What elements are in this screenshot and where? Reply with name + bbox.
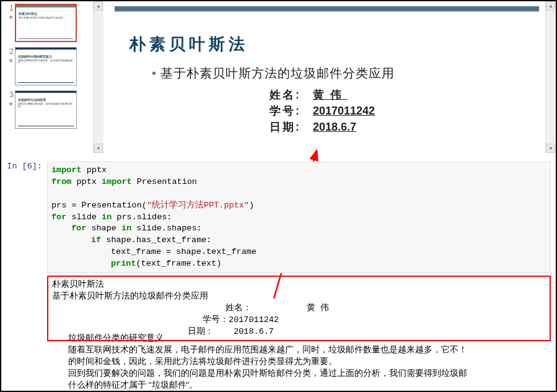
output-line: 学号：2017011242 xyxy=(52,315,546,326)
slide-meta: 姓名: 黄伟 学号: 2017011242 日期: 2018.6.7 xyxy=(270,87,539,135)
ppt-viewer: 1 ★ 朴素贝叶斯法 基于朴素贝叶斯方法的垃圾邮件分类应用 2 ★ 垃圾邮件分类… xyxy=(1,1,556,153)
main-slide[interactable]: 朴素贝叶斯法 •基于朴素贝叶斯方法的垃圾邮件分类应用 姓名: 黄伟 学号: 20… xyxy=(115,6,539,153)
star-icon: ★ xyxy=(4,57,14,64)
slide-number: 3 xyxy=(9,90,14,99)
slide-thumb-3[interactable]: 3 ★ 垃圾邮件方法的应用 回到我们要解决的问题，我们的问题是用朴素贝叶斯… xyxy=(4,90,90,129)
jupyter-cell: In [6]: import pptx from pptx import Pre… xyxy=(1,153,556,333)
slide-number: 2 xyxy=(9,47,14,56)
slide-thumb-2[interactable]: 2 ★ 垃圾邮件分类的研究意义 随着互联网技术的飞速发展，电子邮件范围越来越广… xyxy=(4,47,90,85)
output-line: 随着互联网技术的飞速发展，电子邮件的应用范围越来越广，同时，垃圾邮件数量也是越来… xyxy=(68,344,542,356)
output-line: 的时间和金钱，因此，采用此方法将垃圾邮件进行分类显得尤为重要。 xyxy=(68,356,542,368)
date-label: 日期: xyxy=(270,119,313,135)
slide-number: 1 xyxy=(9,4,14,12)
code-input[interactable]: import pptx from pptx import Presentatio… xyxy=(47,162,551,273)
slide-title: 朴素贝叶斯法 xyxy=(129,33,539,55)
main-scrollbar[interactable]: ▴ ▾ xyxy=(545,1,556,153)
output-line: 回到我们要解决的问题，我们的问题是用朴素贝叶斯给邮件分类，通过上面的分析，我们需… xyxy=(68,368,542,380)
thumbnail-scrollbar[interactable]: ▴ ▾ xyxy=(93,1,103,153)
slide-subtitle: •基于朴素贝叶斯方法的垃圾邮件分类应用 xyxy=(152,65,539,82)
slide-top-border xyxy=(115,6,539,12)
name-value: 黄伟 xyxy=(313,87,348,103)
thumbnail-image[interactable]: 垃圾邮件分类的研究意义 随着互联网技术的飞速发展，电子邮件范围越来越广… xyxy=(15,47,77,85)
bullet-icon: • xyxy=(152,66,157,80)
scroll-up-icon[interactable]: ▴ xyxy=(546,1,555,11)
output-line: 什么样的特征才属于 "垃圾邮件"。 xyxy=(68,380,542,391)
scroll-down-icon[interactable]: ▾ xyxy=(94,144,103,153)
output-line: 姓名： 黄 伟 xyxy=(52,303,546,315)
output-highlight-box: 朴素贝叶斯法 基于朴素贝叶斯方法的垃圾邮件分类应用 姓名： 黄 伟 学号：201… xyxy=(47,276,551,341)
thumbnail-panel: 1 ★ 朴素贝叶斯法 基于朴素贝叶斯方法的垃圾邮件分类应用 2 ★ 垃圾邮件分类… xyxy=(1,1,93,153)
main-slide-area: 朴素贝叶斯法 •基于朴素贝叶斯方法的垃圾邮件分类应用 姓名: 黄伟 学号: 20… xyxy=(103,1,545,153)
scroll-up-icon[interactable]: ▴ xyxy=(94,1,103,11)
id-value: 2017011242 xyxy=(313,103,375,119)
output-line: 朴素贝叶斯法 xyxy=(52,279,546,291)
scroll-down-icon[interactable]: ▾ xyxy=(546,144,555,153)
cell-prompt: In [6]: xyxy=(6,162,47,333)
slide-thumb-1[interactable]: 1 ★ 朴素贝叶斯法 基于朴素贝叶斯方法的垃圾邮件分类应用 xyxy=(4,4,90,42)
output-line: 日期： 2018.6.7 xyxy=(52,326,546,338)
thumbnail-image[interactable]: 朴素贝叶斯法 基于朴素贝叶斯方法的垃圾邮件分类应用 xyxy=(15,4,77,42)
star-icon: ★ xyxy=(4,14,14,20)
output-line: 基于朴素贝叶斯方法的垃圾邮件分类应用 xyxy=(52,291,546,303)
id-label: 学号: xyxy=(270,103,313,119)
thumbnail-image[interactable]: 垃圾邮件方法的应用 回到我们要解决的问题，我们的问题是用朴素贝叶斯… xyxy=(15,90,77,129)
date-value: 2018.6.7 xyxy=(313,119,356,135)
name-label: 姓名: xyxy=(270,87,313,103)
star-icon: ★ xyxy=(4,100,14,107)
